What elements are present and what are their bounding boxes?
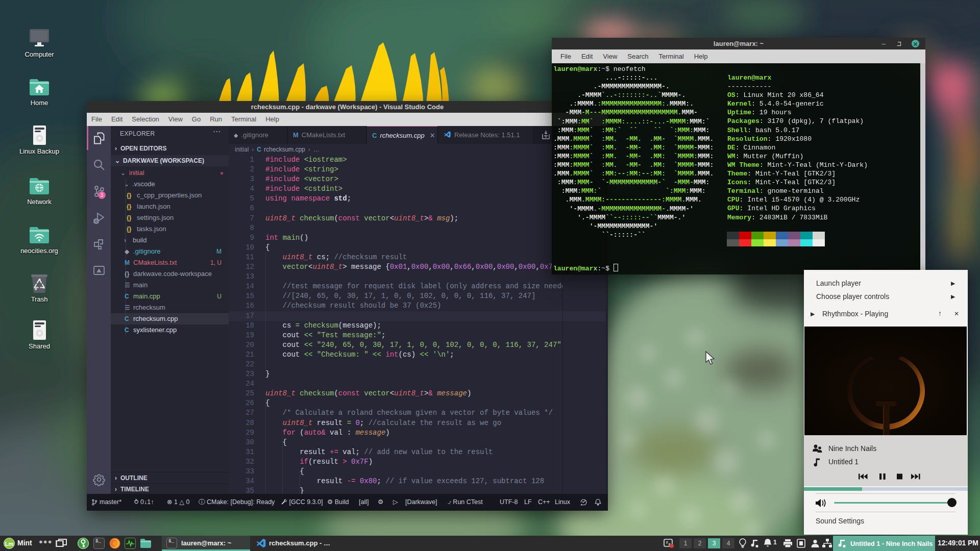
- svg-text:Lm: Lm: [5, 541, 14, 547]
- svg-text:z: z: [666, 540, 668, 544]
